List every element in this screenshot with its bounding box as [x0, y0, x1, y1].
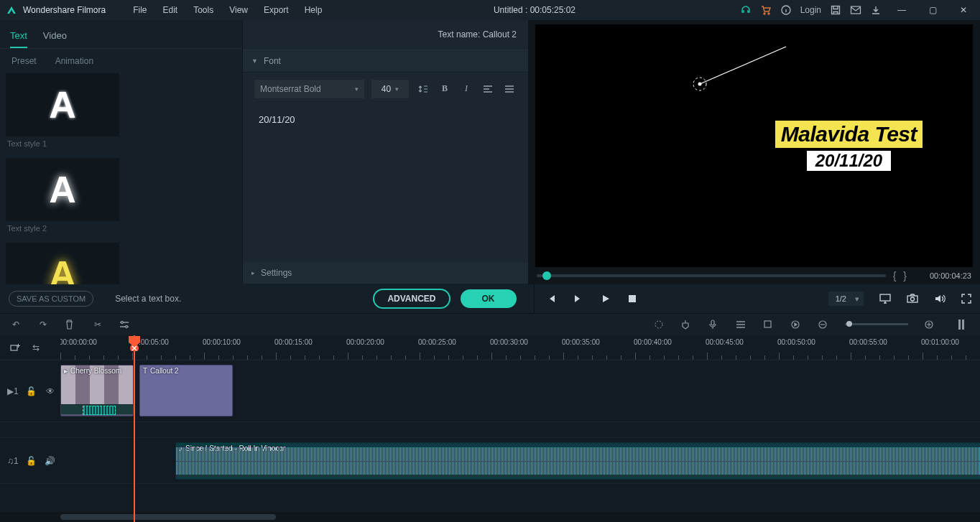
lock-icon[interactable]: 🔓	[26, 456, 37, 466]
audio-clip[interactable]: ♪Since I Started - Roll In Vinocor	[175, 442, 980, 480]
play-icon[interactable]	[601, 294, 611, 304]
support-icon[interactable]	[740, 4, 752, 16]
timeline-scrollbar[interactable]	[0, 512, 980, 522]
menu-export[interactable]: Export	[256, 2, 296, 18]
volume-icon[interactable]	[934, 294, 946, 304]
track-gap	[0, 421, 980, 437]
menu-file[interactable]: File	[126, 2, 154, 18]
mixer-icon[interactable]	[736, 320, 747, 329]
divider	[534, 284, 535, 313]
cart-icon[interactable]	[760, 4, 772, 16]
undo-icon[interactable]: ↶	[10, 320, 22, 330]
subtab-preset[interactable]: Preset	[11, 56, 37, 66]
align-left-icon[interactable]	[481, 82, 495, 96]
font-family-select[interactable]: Montserrat Bold▾	[254, 80, 364, 98]
font-size-input[interactable]: 40▾	[371, 80, 409, 98]
seek-bar[interactable]	[537, 274, 886, 277]
zoom-slider[interactable]	[845, 323, 908, 325]
text-clip[interactable]: TCallout 2	[139, 365, 233, 416]
svg-point-11	[910, 297, 914, 301]
chevron-right-icon: ▸	[251, 269, 255, 276]
seek-knob[interactable]	[542, 271, 551, 280]
prev-frame-icon[interactable]	[546, 294, 556, 304]
mark-out-button[interactable]: }	[903, 270, 907, 281]
preview-viewport[interactable]: Malavida Test 20/11/20	[535, 24, 973, 267]
zoom-in-icon[interactable]	[924, 320, 935, 330]
app-name: Wondershare Filmora	[23, 5, 106, 15]
callout-pointer-icon	[685, 42, 793, 93]
tab-video[interactable]: Video	[43, 27, 67, 48]
italic-button[interactable]: I	[459, 82, 473, 96]
audio-track-body[interactable]: ♪Since I Started - Roll In Vinocor	[60, 438, 980, 483]
playback-controls	[546, 294, 637, 304]
line-spacing-icon[interactable]	[416, 82, 430, 96]
font-toolbar: Montserrat Bold▾ 40▾ B I	[243, 73, 528, 106]
preview-zoom-select[interactable]: 1/2	[828, 292, 864, 306]
login-link[interactable]: Login	[800, 5, 821, 15]
font-section-header[interactable]: ▼Font	[243, 50, 528, 73]
menu-edit[interactable]: Edit	[156, 2, 185, 18]
window-maximize[interactable]: ▢	[922, 2, 944, 18]
save-as-custom-button[interactable]: SAVE AS CUSTOM	[9, 291, 93, 307]
delete-icon[interactable]	[65, 320, 76, 330]
tab-text[interactable]: Text	[10, 27, 27, 48]
cut-icon[interactable]: ✂	[92, 320, 103, 330]
render-icon[interactable]	[790, 320, 802, 330]
bold-button[interactable]: B	[438, 82, 452, 96]
timeline-view-icon[interactable]	[958, 319, 970, 330]
menu-view[interactable]: View	[222, 2, 255, 18]
zoom-knob[interactable]	[846, 321, 852, 327]
callout-text-group[interactable]: Malavida Test 20/11/20	[775, 121, 923, 171]
settings-slider-icon[interactable]	[119, 320, 131, 329]
window-minimize[interactable]: —	[890, 2, 913, 18]
text-style-label: Text style 1	[6, 136, 119, 154]
marker-icon[interactable]	[681, 320, 693, 330]
text-style-thumb[interactable]: A	[6, 243, 119, 284]
subtab-animation[interactable]: Animation	[55, 56, 93, 66]
download-icon[interactable]	[870, 4, 882, 16]
mail-icon[interactable]	[850, 4, 861, 16]
playhead-handle-icon[interactable]	[128, 335, 141, 351]
playhead[interactable]	[134, 335, 135, 522]
audio-track-head: ♫1 🔓 🔊	[0, 438, 60, 483]
menu-tools[interactable]: Tools	[186, 2, 221, 18]
text-style-thumb[interactable]: A	[6, 73, 119, 136]
advanced-button[interactable]: ADVANCED	[373, 289, 450, 309]
visibility-icon[interactable]: 👁	[45, 386, 56, 396]
settings-section-header[interactable]: ▸Settings	[243, 262, 528, 284]
voice-record-icon[interactable]	[708, 320, 720, 330]
track-gap	[0, 483, 980, 512]
color-wheel-icon[interactable]	[654, 320, 665, 330]
timeline-ruler[interactable]: ⇆ 00:00:00:0000:00:05:0000:00:10:0000:00…	[0, 335, 980, 360]
svg-point-23	[130, 344, 139, 351]
ok-button[interactable]: OK	[461, 289, 517, 308]
next-frame-icon[interactable]	[573, 294, 583, 304]
document-title: Untitled : 00:05:25:02	[329, 5, 739, 15]
align-justify-icon[interactable]	[502, 82, 517, 96]
ruler-scale[interactable]: 00:00:00:0000:00:05:0000:00:10:0000:00:1…	[60, 335, 980, 360]
video-track-body[interactable]: ▸Cherry Blossom TCallout 2	[60, 360, 980, 421]
scrollbar-thumb[interactable]	[60, 514, 276, 520]
text-content-editor[interactable]: 20/11/20	[254, 108, 517, 195]
mark-in-button[interactable]: {	[893, 270, 897, 281]
ruler-mark: 00:00:10:00	[203, 338, 241, 346]
window-close[interactable]: ✕	[953, 2, 974, 18]
mute-icon[interactable]: 🔊	[45, 456, 56, 466]
chevron-down-icon: ▾	[355, 85, 359, 93]
save-icon[interactable]	[830, 4, 841, 16]
link-icon[interactable]: ⇆	[30, 342, 42, 353]
ruler-lead: ⇆	[0, 335, 60, 360]
stop-icon[interactable]	[628, 294, 637, 303]
text-style-thumb[interactable]: A	[6, 158, 119, 221]
video-clip[interactable]: ▸Cherry Blossom	[60, 365, 134, 416]
info-icon[interactable]	[780, 4, 792, 16]
fullscreen-icon[interactable]	[961, 294, 971, 304]
lock-icon[interactable]: 🔓	[26, 386, 37, 396]
menu-help[interactable]: Help	[297, 2, 330, 18]
add-track-icon[interactable]	[10, 343, 22, 352]
zoom-out-icon[interactable]	[818, 320, 829, 330]
snapshot-icon[interactable]	[907, 294, 918, 304]
crop-icon[interactable]	[763, 320, 775, 329]
display-icon[interactable]	[879, 294, 891, 304]
redo-icon[interactable]: ↷	[37, 320, 49, 330]
